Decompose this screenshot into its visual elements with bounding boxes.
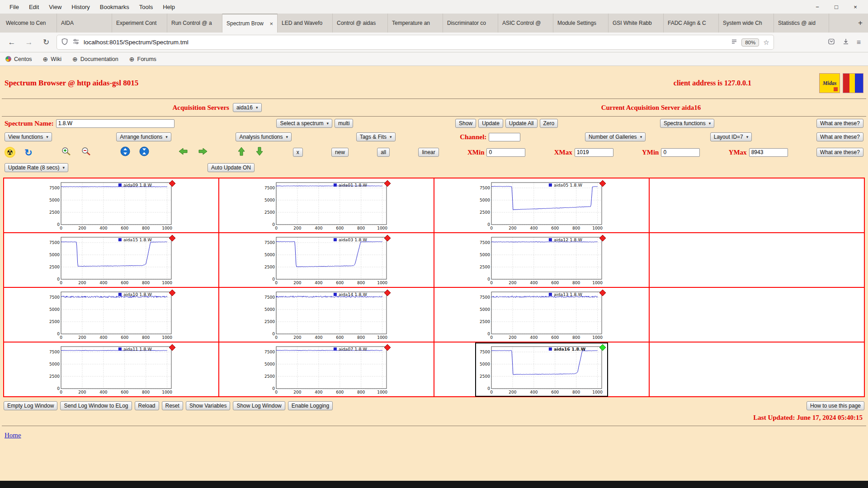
arrange-functions-dropdown[interactable]: Arrange functions▾ [116, 132, 171, 141]
what-are-these-button-1[interactable]: What are these? [816, 119, 863, 128]
menu-help[interactable]: Help [159, 2, 179, 12]
pocket-icon[interactable] [828, 38, 835, 47]
multi-button[interactable]: multi [335, 119, 353, 128]
show-variables-button[interactable]: Show Variables [186, 401, 231, 410]
update-button[interactable]: Update [478, 119, 503, 128]
show-button[interactable]: Show [455, 119, 476, 128]
spectrum-chart-aida15[interactable]: 025005000750002004006008001000aida15 1.8… [46, 234, 177, 286]
linear-button[interactable]: linear [418, 148, 439, 157]
maximize-button[interactable]: □ [833, 4, 840, 10]
url-bar[interactable]: localhost:8015/Spectrum/Spectrum.tml 80%… [57, 35, 774, 49]
tab-experiment-cont[interactable]: Experiment Cont [112, 14, 167, 33]
bookmark-centos[interactable]: Centos [5, 56, 32, 62]
spectrum-chart-aida12[interactable]: 025005000750002004006008001000aida12 1.8… [476, 234, 607, 286]
menu-edit[interactable]: Edit [25, 2, 43, 12]
update-all-button[interactable]: Update All [505, 119, 538, 128]
spectrum-name-input[interactable] [56, 119, 175, 128]
tab-gsi-white-rabb[interactable]: GSI White Rabb [609, 14, 664, 33]
expand-vertical-icon[interactable] [120, 146, 130, 158]
spectrum-chart-aida13[interactable]: 025005000750002004006008001000aida13 1.8… [476, 289, 607, 341]
ymax-input[interactable] [749, 148, 788, 157]
spectrum-chart-aida14[interactable]: 025005000750002004006008001000aida14 1.8… [261, 289, 392, 341]
xmin-input[interactable] [486, 148, 525, 157]
layout-id-dropdown[interactable]: Layout ID=7▾ [710, 132, 752, 141]
reset-button[interactable]: Reset [162, 401, 183, 410]
tab-discriminator-co[interactable]: Discriminator co [443, 14, 498, 33]
what-are-these-button-3[interactable]: What are these? [816, 148, 863, 157]
reader-mode-icon[interactable] [731, 38, 737, 47]
tab-system-wide-ch[interactable]: System wide Ch [719, 14, 774, 33]
menu-bookmarks[interactable]: Bookmarks [96, 2, 133, 12]
tab-led-and-wavefo[interactable]: LED and Wavefo [278, 14, 333, 33]
move-up-icon[interactable] [237, 146, 246, 159]
tab-close-icon[interactable]: × [269, 20, 273, 27]
site-permissions-icon[interactable] [72, 38, 80, 47]
send-log-window-to-elog-button[interactable]: Send Log Window to ELog [60, 401, 132, 410]
auto-update-button[interactable]: Auto Update ON [208, 163, 255, 172]
analysis-functions-dropdown[interactable]: Analysis functions▾ [236, 132, 292, 141]
acquisition-server-select[interactable]: aida16▾ [233, 103, 262, 112]
minimize-button[interactable]: − [814, 4, 821, 10]
zoom-in-icon[interactable] [61, 146, 72, 158]
select-spectrum-dropdown[interactable]: Select a spectrum▾ [276, 119, 332, 128]
url-text[interactable]: localhost:8015/Spectrum/Spectrum.tml [84, 39, 727, 46]
menu-file[interactable]: File [5, 2, 23, 12]
new-tab-button[interactable]: + [853, 14, 868, 33]
spectrum-chart-aida09[interactable]: 025005000750002004006008001000aida09 1.8… [46, 179, 177, 232]
tab-aida[interactable]: AIDA [57, 14, 112, 33]
spectrum-chart-aida05[interactable]: 025005000750002004006008001000aida05 1.8… [476, 179, 607, 232]
reload-button[interactable]: Reload [135, 401, 159, 410]
spectrum-chart-aida01[interactable]: 025005000750002004006008001000aida01 1.8… [261, 179, 392, 232]
tab-control-aidas[interactable]: Control @ aidas [333, 14, 388, 33]
tab-temperature-an[interactable]: Temperature an [388, 14, 443, 33]
empty-log-window-button[interactable]: Empty Log Window [4, 401, 57, 410]
move-down-icon[interactable] [255, 146, 264, 159]
menu-view[interactable]: View [45, 2, 66, 12]
bookmark-star-icon[interactable]: ☆ [763, 38, 769, 47]
menu-history[interactable]: History [67, 2, 94, 12]
back-button[interactable]: ← [5, 36, 18, 49]
downloads-icon[interactable] [842, 38, 849, 47]
update-rate-dropdown[interactable]: Update Rate (8 secs)▾ [5, 163, 68, 172]
show-log-window-button[interactable]: Show Log Window [233, 401, 285, 410]
close-button[interactable]: × [852, 4, 859, 10]
channel-input[interactable] [489, 133, 520, 141]
xmax-input[interactable] [575, 148, 613, 157]
new-button[interactable]: new [331, 148, 349, 157]
reload-button[interactable]: ↻ [40, 36, 52, 49]
bookmark-documentation[interactable]: ⊕Documentation [72, 56, 118, 62]
menu-tools[interactable]: Tools [135, 2, 157, 12]
zero-button[interactable]: Zero [540, 119, 558, 128]
bookmark-wiki[interactable]: ⊕Wiki [43, 56, 61, 62]
enable-logging-button[interactable]: Enable Logging [288, 401, 333, 410]
spectra-functions-dropdown[interactable]: Spectra functions▾ [660, 119, 714, 128]
how-to-use-button[interactable]: How to use this page [807, 401, 864, 410]
tab-fadc-align-c[interactable]: FADC Align & C [664, 14, 719, 33]
ymin-input[interactable] [661, 148, 700, 157]
x-button[interactable]: x [293, 148, 303, 157]
tab-module-settings[interactable]: Module Settings [553, 14, 609, 33]
compress-vertical-icon[interactable] [139, 146, 149, 158]
move-left-icon[interactable] [178, 147, 189, 158]
zoom-level-button[interactable]: 80% [741, 38, 759, 47]
spectrum-chart-aida16[interactable]: 025005000750002004006008001000aida16 1.8… [476, 343, 607, 396]
number-of-galleries-dropdown[interactable]: Number of Galleries▾ [585, 132, 646, 141]
tab-welcome-to-cen[interactable]: Welcome to Cen [2, 14, 57, 33]
tab-asic-control[interactable]: ASIC Control @ [498, 14, 553, 33]
refresh-icon[interactable]: ↻ [24, 148, 33, 157]
what-are-these-button-2[interactable]: What are these? [816, 132, 863, 141]
spectrum-chart-aida07[interactable]: 025005000750002004006008001000aida07 1.8… [261, 343, 392, 396]
app-menu-icon[interactable]: ≡ [857, 38, 861, 47]
all-button[interactable]: all [377, 148, 390, 157]
zoom-out-icon[interactable] [81, 146, 92, 158]
radiation-icon[interactable]: ☢ [5, 147, 15, 158]
bookmark-forums[interactable]: ⊕Forums [129, 56, 156, 62]
view-functions-dropdown[interactable]: View functions▾ [5, 132, 52, 141]
tab-spectrum-brow[interactable]: Spectrum Brow× [222, 14, 278, 33]
spectrum-chart-aida11[interactable]: 025005000750002004006008001000aida11 1.8… [46, 343, 177, 396]
forward-button[interactable]: → [23, 36, 35, 49]
tab-run-control-a[interactable]: Run Control @ a [167, 14, 222, 33]
tags-fits-dropdown[interactable]: Tags & Fits▾ [356, 132, 396, 141]
tab-statistics-aid[interactable]: Statistics @ aid [774, 14, 829, 33]
spectrum-chart-aida03[interactable]: 025005000750002004006008001000aida03 1.8… [261, 234, 392, 286]
